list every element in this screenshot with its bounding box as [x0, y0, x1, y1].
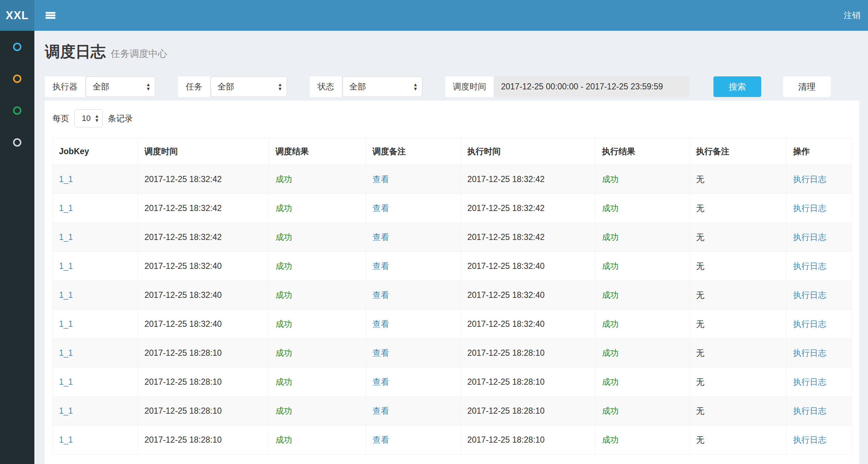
jobkey-link[interactable]: 1_1	[59, 290, 73, 300]
status-filter-group: 状态 全部 ▲▼	[310, 76, 422, 97]
trigger-result-text: 成功	[275, 174, 292, 184]
trigger-time-range-input[interactable]: 2017-12-25 00:00:00 - 2017-12-25 23:59:5…	[494, 76, 689, 97]
execute-log-link[interactable]: 执行日志	[793, 435, 826, 444]
trigger-time-cell: 2017-12-25 18:32:40	[138, 252, 269, 281]
clear-button[interactable]: 清理	[783, 76, 831, 97]
trigger-msg-link[interactable]: 查看	[372, 174, 389, 184]
brand-logo[interactable]: XXL	[0, 0, 34, 31]
page-subtitle: 任务调度中心	[111, 48, 167, 59]
trigger-time-cell: 2017-12-25 18:32:40	[138, 281, 269, 310]
executor-select[interactable]: 全部 ▲▼	[86, 76, 155, 97]
execute-log-link[interactable]: 执行日志	[793, 348, 826, 358]
col-jobkey: JobKey	[52, 138, 138, 165]
execute-log-link[interactable]: 执行日志	[793, 319, 826, 329]
handle-result-text: 成功	[602, 435, 619, 444]
trigger-msg-link[interactable]: 查看	[372, 261, 389, 271]
select-arrows-icon: ▲▼	[146, 83, 151, 91]
log-panel: 每页 10 ▲▼ 条记录 JobKey 调度时间 调度结果 调度备注 执行时间 …	[45, 101, 859, 464]
trigger-msg-link[interactable]: 查看	[372, 203, 389, 213]
table-row: 1_1 2017-12-25 18:32:40 成功 查看 2017-12-25…	[52, 281, 852, 310]
circle-executor-manage-icon	[13, 138, 21, 147]
handle-time-cell: 2017-12-25 18:32:42	[461, 165, 595, 194]
jobkey-link[interactable]: 1_1	[59, 174, 73, 184]
trigger-time-cell: 2017-12-25 18:28:10	[138, 426, 269, 455]
trigger-msg-link[interactable]: 查看	[372, 232, 389, 242]
panel-footer: 第 1 页 ( 总共 1 页，10 条记录 ) 上页 1 下页	[45, 455, 859, 464]
trigger-msg-link[interactable]: 查看	[372, 435, 389, 444]
execute-log-link[interactable]: 执行日志	[793, 290, 826, 300]
handle-msg-cell: 无	[690, 252, 787, 281]
execute-log-link[interactable]: 执行日志	[793, 203, 826, 213]
page-size-suffix: 条记录	[108, 113, 133, 124]
log-table: JobKey 调度时间 调度结果 调度备注 执行时间 执行结果 执行备注 操作 …	[52, 138, 852, 455]
handle-result-text: 成功	[602, 319, 619, 329]
page-size-prefix: 每页	[52, 113, 69, 124]
logout-button[interactable]: 注销	[844, 10, 860, 21]
search-button[interactable]: 搜索	[713, 76, 761, 97]
execute-log-link[interactable]: 执行日志	[793, 261, 826, 271]
col-trigger-msg: 调度备注	[366, 138, 461, 165]
trigger-msg-link[interactable]: 查看	[372, 377, 389, 387]
execute-log-link[interactable]: 执行日志	[793, 232, 826, 242]
trigger-time-cell: 2017-12-25 18:28:10	[138, 339, 269, 368]
handle-msg-cell: 无	[690, 310, 787, 339]
circle-job-log-icon	[13, 106, 21, 115]
jobkey-link[interactable]: 1_1	[59, 203, 73, 213]
handle-msg-cell: 无	[690, 223, 787, 252]
handle-msg-cell: 无	[690, 194, 787, 223]
table-row: 1_1 2017-12-25 18:28:10 成功 查看 2017-12-25…	[52, 339, 852, 368]
trigger-time-cell: 2017-12-25 18:28:10	[138, 397, 269, 426]
sidebar-item-dashboard[interactable]	[0, 31, 34, 63]
trigger-result-text: 成功	[275, 232, 292, 242]
handle-time-cell: 2017-12-25 18:32:42	[461, 194, 595, 223]
execute-log-link[interactable]: 执行日志	[793, 174, 826, 184]
status-select[interactable]: 全部 ▲▼	[342, 76, 422, 97]
execute-log-link[interactable]: 执行日志	[793, 406, 826, 416]
page-title: 调度日志	[45, 43, 106, 60]
jobkey-link[interactable]: 1_1	[59, 435, 73, 444]
handle-time-cell: 2017-12-25 18:32:40	[461, 310, 595, 339]
circle-dashboard-icon	[13, 43, 21, 51]
circle-job-manage-icon	[13, 75, 21, 83]
jobkey-link[interactable]: 1_1	[59, 319, 73, 329]
trigger-result-text: 成功	[275, 377, 292, 387]
trigger-msg-link[interactable]: 查看	[372, 290, 389, 300]
jobkey-link[interactable]: 1_1	[59, 377, 73, 387]
trigger-result-text: 成功	[275, 261, 292, 271]
log-table-body: 1_1 2017-12-25 18:32:42 成功 查看 2017-12-25…	[52, 165, 852, 455]
content-header: 调度日志任务调度中心	[34, 31, 868, 62]
jobkey-link[interactable]: 1_1	[59, 232, 73, 242]
table-header-row: JobKey 调度时间 调度结果 调度备注 执行时间 执行结果 执行备注 操作	[52, 138, 852, 165]
page-size-row: 每页 10 ▲▼ 条记录	[45, 101, 859, 127]
trigger-msg-link[interactable]: 查看	[372, 406, 389, 416]
page-size-select[interactable]: 10 ▲▼	[74, 109, 103, 127]
jobkey-link[interactable]: 1_1	[59, 406, 73, 416]
handle-result-text: 成功	[602, 290, 619, 300]
jobkey-link[interactable]: 1_1	[59, 348, 73, 358]
sidebar-item-job-log[interactable]	[0, 94, 34, 126]
job-select[interactable]: 全部 ▲▼	[211, 76, 287, 97]
col-handle-time: 执行时间	[461, 138, 595, 165]
execute-log-link[interactable]: 执行日志	[793, 377, 826, 387]
trigger-result-text: 成功	[275, 435, 292, 444]
sidebar	[0, 31, 34, 464]
trigger-msg-link[interactable]: 查看	[372, 319, 389, 329]
trigger-result-text: 成功	[275, 406, 292, 416]
trigger-time-filter-group: 调度时间 2017-12-25 00:00:00 - 2017-12-25 23…	[445, 76, 689, 97]
trigger-result-text: 成功	[275, 203, 292, 213]
jobkey-link[interactable]: 1_1	[59, 261, 73, 271]
hamburger-icon[interactable]	[46, 12, 55, 19]
col-action: 操作	[787, 138, 852, 165]
trigger-time-cell: 2017-12-25 18:32:42	[138, 165, 269, 194]
trigger-time-cell: 2017-12-25 18:32:40	[138, 310, 269, 339]
handle-msg-cell: 无	[690, 165, 787, 194]
trigger-msg-link[interactable]: 查看	[372, 348, 389, 358]
filter-row: 执行器 全部 ▲▼ 任务 全部 ▲▼ 状态 全部 ▲▼ 调度时间 2017-12…	[34, 76, 868, 97]
sidebar-item-job-manage[interactable]	[0, 63, 34, 94]
handle-time-cell: 2017-12-25 18:32:40	[461, 252, 595, 281]
handle-time-cell: 2017-12-25 18:28:10	[461, 368, 595, 397]
table-row: 1_1 2017-12-25 18:32:42 成功 查看 2017-12-25…	[52, 223, 852, 252]
sidebar-item-executor-manage[interactable]	[0, 126, 34, 158]
table-row: 1_1 2017-12-25 18:32:40 成功 查看 2017-12-25…	[52, 310, 852, 339]
handle-time-cell: 2017-12-25 18:32:42	[461, 223, 595, 252]
